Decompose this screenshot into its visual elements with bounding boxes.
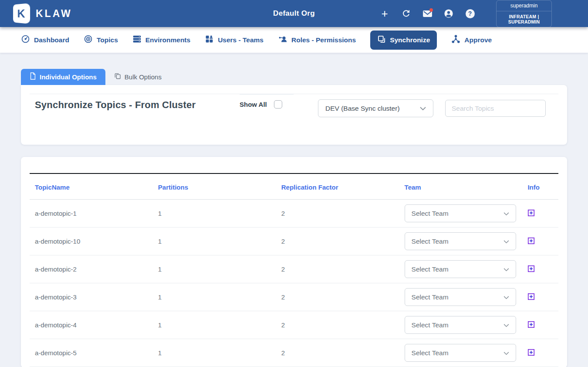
- nav-item-dashboard[interactable]: Dashboard: [21, 34, 69, 45]
- nav-item-approve[interactable]: Approve: [451, 34, 492, 45]
- cluster-select-dropdown[interactable]: DEV (Base Sync cluster): [318, 99, 433, 117]
- nav-label: Approve: [464, 36, 492, 44]
- main-nav: Dashboard Topics Environments Users - Te…: [0, 27, 588, 53]
- table-row: a-demotopic-3 1 2 Select Team: [30, 283, 558, 311]
- select-team-dropdown[interactable]: Select Team: [405, 344, 516, 362]
- col-header-topicname: TopicName: [30, 173, 153, 200]
- team-role-label: INFRATEAM | SUPERADMIN: [497, 11, 551, 27]
- topic-name-cell: a-demotopic-5: [30, 339, 153, 367]
- page-title: Synchronize Topics - From Cluster: [35, 99, 240, 111]
- plus-glyph: +: [381, 9, 388, 18]
- sync-topics-table: TopicName Partitions Replication Factor …: [30, 173, 558, 367]
- help-glyph: ?: [466, 9, 475, 18]
- nav-item-roles-permissions[interactable]: Roles - Permissions: [278, 34, 356, 45]
- klaw-logo[interactable]: K KLAW: [12, 4, 72, 23]
- select-team-label: Select Team: [412, 349, 449, 357]
- partitions-cell: 1: [153, 339, 276, 367]
- synchronize-icon: [377, 35, 386, 45]
- topic-name-cell: a-demotopic-3: [30, 283, 153, 311]
- nav-label: Environments: [145, 36, 190, 44]
- partitions-cell: 1: [153, 283, 276, 311]
- replication-factor-cell: 2: [276, 311, 399, 339]
- user-profile-icon[interactable]: [443, 8, 454, 19]
- topic-name-cell: a-demotopic-4: [30, 311, 153, 339]
- nav-item-users-teams[interactable]: Users - Teams: [205, 34, 264, 45]
- file-icon: [30, 72, 36, 81]
- chevron-down-icon: [504, 210, 509, 217]
- add-topic-plus-icon[interactable]: [527, 321, 535, 328]
- nav-label: Dashboard: [34, 36, 69, 44]
- table-row: a-demotopic-4 1 2 Select Team: [30, 311, 558, 339]
- chevron-down-icon: [504, 293, 509, 301]
- nav-item-synchronize[interactable]: Synchronize: [370, 31, 437, 50]
- select-team-dropdown[interactable]: Select Team: [405, 260, 516, 278]
- tab-label: Individual Options: [40, 73, 97, 81]
- help-icon[interactable]: ?: [465, 8, 475, 19]
- add-topic-plus-icon[interactable]: [527, 265, 535, 272]
- chevron-down-icon: [420, 105, 426, 112]
- tab-individual-options[interactable]: Individual Options: [21, 69, 105, 85]
- header-icon-group: + ?: [379, 8, 475, 19]
- replication-factor-cell: 2: [276, 200, 399, 228]
- show-all-checkbox[interactable]: [274, 100, 282, 109]
- page-content: Individual Options Bulk Options Synchron…: [0, 53, 588, 367]
- replication-factor-cell: 2: [276, 228, 399, 255]
- table-row: a-demotopic-10 1 2 Select Team: [30, 228, 558, 255]
- sync-tabs: Individual Options Bulk Options: [21, 69, 567, 85]
- select-team-label: Select Team: [412, 321, 449, 329]
- topic-name-cell: a-demotopic-1: [30, 200, 153, 228]
- environments-icon: [132, 34, 142, 45]
- table-row: a-demotopic-5 1 2 Select Team: [30, 339, 558, 367]
- klaw-logo-letter: K: [17, 7, 25, 20]
- select-team-label: Select Team: [412, 293, 449, 301]
- user-menu[interactable]: superadmin INFRATEAM | SUPERADMIN: [496, 0, 552, 27]
- app-header: K KLAW Default Org +: [0, 0, 588, 27]
- chevron-down-icon: [504, 349, 509, 357]
- search-topics-input[interactable]: [445, 100, 546, 117]
- partitions-cell: 1: [153, 311, 276, 339]
- select-team-label: Select Team: [412, 210, 449, 217]
- klaw-logo-icon: K: [13, 3, 30, 24]
- select-team-dropdown[interactable]: Select Team: [405, 204, 516, 222]
- mail-icon[interactable]: [422, 8, 433, 19]
- nav-label: Roles - Permissions: [291, 36, 356, 44]
- username-label: superadmin: [497, 0, 551, 11]
- select-team-dropdown[interactable]: Select Team: [405, 232, 516, 250]
- sync-filter-card: Synchronize Topics - From Cluster Show A…: [21, 85, 567, 145]
- tab-label: Bulk Options: [125, 73, 162, 81]
- sync-topics-table-card: TopicName Partitions Replication Factor …: [21, 157, 567, 367]
- col-header-replication-factor: Replication Factor: [276, 173, 399, 200]
- add-topic-plus-icon[interactable]: [527, 293, 535, 300]
- col-header-team: Team: [399, 173, 523, 200]
- brand-name: KLAW: [36, 8, 72, 20]
- chevron-down-icon: [504, 321, 509, 329]
- select-team-dropdown[interactable]: Select Team: [405, 316, 516, 334]
- chevron-down-icon: [504, 265, 509, 273]
- dashboard-icon: [21, 34, 30, 45]
- select-team-dropdown[interactable]: Select Team: [405, 288, 516, 306]
- nav-item-environments[interactable]: Environments: [132, 34, 190, 45]
- add-icon[interactable]: +: [379, 8, 390, 19]
- table-header-row: TopicName Partitions Replication Factor …: [30, 173, 558, 200]
- nav-label: Topics: [97, 36, 118, 44]
- tab-bulk-options[interactable]: Bulk Options: [105, 69, 170, 85]
- add-topic-plus-icon[interactable]: [527, 209, 535, 217]
- refresh-icon[interactable]: [401, 8, 411, 19]
- table-row: a-demotopic-1 1 2 Select Team: [30, 200, 558, 228]
- nav-item-topics[interactable]: Topics: [84, 34, 118, 45]
- select-team-label: Select Team: [412, 238, 449, 245]
- show-all-group: Show All: [240, 94, 294, 109]
- col-header-partitions: Partitions: [153, 173, 276, 200]
- approve-icon: [451, 34, 460, 45]
- add-topic-plus-icon[interactable]: [527, 237, 535, 245]
- replication-factor-cell: 2: [276, 339, 399, 367]
- nav-label: Synchronize: [390, 36, 430, 44]
- show-all-label: Show All: [240, 101, 267, 108]
- add-topic-plus-icon[interactable]: [527, 349, 535, 356]
- table-row: a-demotopic-2 1 2 Select Team: [30, 255, 558, 283]
- topic-name-cell: a-demotopic-10: [30, 228, 153, 255]
- partitions-cell: 1: [153, 228, 276, 255]
- topics-icon: [84, 34, 93, 45]
- chevron-down-icon: [504, 238, 509, 245]
- org-title: Default Org: [273, 9, 315, 18]
